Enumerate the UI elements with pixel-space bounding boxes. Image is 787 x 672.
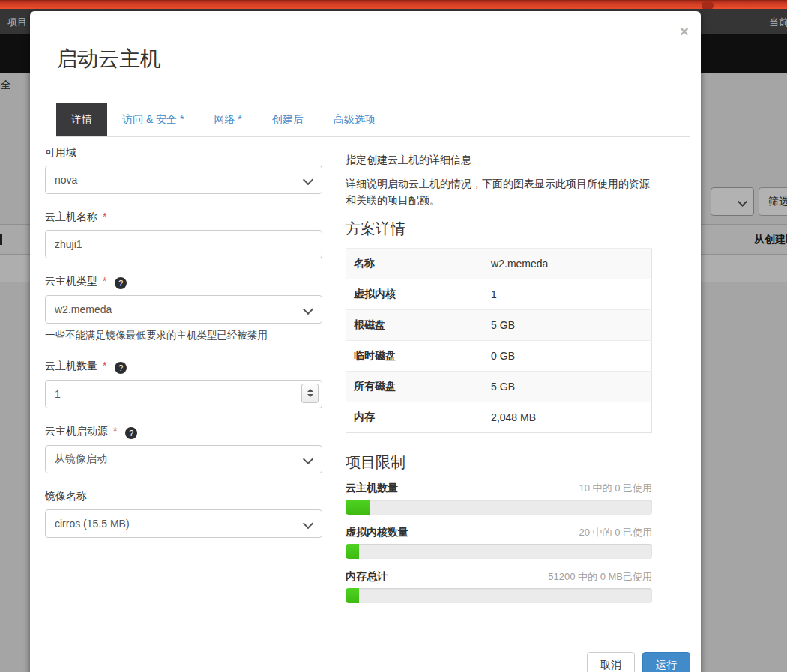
modal-title: 启动云主机 <box>56 45 686 73</box>
boot-source-value: 从镜像启动 <box>55 452 107 466</box>
required-asterisk: * <box>103 360 106 372</box>
flavor-hint: 一些不能满足镜像最低要求的主机类型已经被禁用 <box>45 329 322 343</box>
required-asterisk: * <box>103 211 106 223</box>
instance-count-group: 云主机数量 * ? <box>45 360 322 408</box>
project-limits-title: 项目限制 <box>346 452 652 473</box>
table-row: 所有磁盘 5 GB <box>346 372 652 402</box>
quota-ram: 内存总计 51200 中的 0 MB已使用 <box>346 570 652 603</box>
quota-usage: 20 中的 0 已使用 <box>579 526 652 539</box>
progress-bar <box>346 500 652 515</box>
cancel-button[interactable]: 取消 <box>587 652 635 672</box>
image-name-label: 镜像名称 <box>45 490 322 503</box>
number-stepper[interactable] <box>301 384 319 403</box>
modal-header: 启动云主机 × <box>30 11 701 73</box>
tab-access-security[interactable]: 访问 & 安全 * <box>107 103 199 136</box>
instance-name-label: 云主机名称 * <box>45 211 322 224</box>
quota-label: 云主机数量 <box>346 482 398 495</box>
chevron-down-icon <box>303 175 313 185</box>
boot-source-label: 云主机启动源 * ? <box>45 425 322 439</box>
progress-fill <box>346 544 359 559</box>
stepper-up-icon[interactable] <box>307 389 313 392</box>
instance-count-label: 云主机数量 * ? <box>45 360 322 374</box>
quota-instances: 云主机数量 10 中的 0 已使用 <box>346 482 652 515</box>
boot-source-group: 云主机启动源 * ? 从镜像启动 <box>45 425 322 473</box>
required-asterisk: * <box>113 425 117 437</box>
modal-body: 可用域 nova 云主机名称 * 云主机类型 * ? <box>30 137 701 641</box>
progress-fill <box>346 500 370 515</box>
table-row: 内存 2,048 MB <box>346 402 652 433</box>
tab-post-creation[interactable]: 创建后 <box>257 103 319 136</box>
flavor-select[interactable]: w2.memeda <box>45 295 322 324</box>
help-icon[interactable]: ? <box>115 277 127 289</box>
launch-button[interactable]: 运行 <box>642 652 690 672</box>
progress-bar <box>346 544 652 559</box>
instance-name-input[interactable] <box>45 230 322 258</box>
quota-label: 内存总计 <box>346 570 388 584</box>
modal-footer: 取消 运行 <box>30 641 701 672</box>
browser-top-bar <box>0 0 787 9</box>
table-row: 根磁盘 5 GB <box>346 310 652 341</box>
required-asterisk: * <box>103 275 106 287</box>
flavor-details-title: 方案详情 <box>346 219 652 239</box>
image-name-group: 镜像名称 cirros (15.5 MB) <box>45 490 322 538</box>
flavor-value: w2.memeda <box>55 303 112 315</box>
quota-usage: 51200 中的 0 MB已使用 <box>548 570 652 584</box>
availability-zone-label: 可用域 <box>45 146 322 160</box>
tab-bar: 详情 访问 & 安全 * 网络 * 创建后 高级选项 <box>56 103 690 137</box>
image-name-value: cirros (15.5 MB) <box>55 518 130 530</box>
tab-advanced-options[interactable]: 高级选项 <box>319 103 391 136</box>
instance-name-group: 云主机名称 * <box>45 211 322 258</box>
launch-instance-modal: 启动云主机 × 详情 访问 & 安全 * 网络 * 创建后 高级选项 可用域 n… <box>30 11 701 672</box>
quota-vcpus: 虚拟内核数量 20 中的 0 已使用 <box>346 526 652 559</box>
flavor-details-table: 名称 w2.memeda 虚拟内核 1 根磁盘 5 GB 临时磁盘 0 GB <box>346 248 652 433</box>
table-row: 临时磁盘 0 GB <box>346 341 652 372</box>
flavor-label: 云主机类型 * ? <box>45 275 322 289</box>
chevron-down-icon <box>303 518 313 529</box>
availability-zone-group: 可用域 nova <box>45 146 322 194</box>
help-icon[interactable]: ? <box>125 427 137 439</box>
flavor-group: 云主机类型 * ? w2.memeda 一些不能满足镜像最低要求的主机类型已经被… <box>45 275 322 343</box>
table-row: 名称 w2.memeda <box>346 249 652 279</box>
details-intro: 指定创建云主机的详细信息 <box>346 154 652 167</box>
close-icon[interactable]: × <box>680 23 689 39</box>
availability-zone-select[interactable]: nova <box>45 166 322 194</box>
quota-label: 虚拟内核数量 <box>346 526 408 539</box>
quota-usage: 10 中的 0 已使用 <box>579 482 652 495</box>
tab-network[interactable]: 网络 * <box>199 103 256 136</box>
tab-details[interactable]: 详情 <box>56 103 107 136</box>
availability-zone-value: nova <box>55 174 77 186</box>
details-column: 指定创建云主机的详细信息 详细说明启动云主机的情况，下面的图表显示此项目所使用的… <box>334 137 686 641</box>
progress-fill <box>346 588 359 603</box>
boot-source-select[interactable]: 从镜像启动 <box>45 445 322 473</box>
form-column: 可用域 nova 云主机名称 * 云主机类型 * ? <box>45 137 334 641</box>
chevron-down-icon <box>303 304 313 315</box>
image-name-select[interactable]: cirros (15.5 MB) <box>45 509 322 538</box>
progress-bar <box>346 588 652 603</box>
help-icon[interactable]: ? <box>115 362 127 374</box>
details-description: 详细说明启动云主机的情况，下面的图表显示此项目所使用的资源和关联的项目配额。 <box>346 176 652 208</box>
chevron-down-icon <box>303 454 313 464</box>
instance-count-input[interactable] <box>45 380 322 408</box>
stepper-down-icon[interactable] <box>307 394 313 397</box>
table-row: 虚拟内核 1 <box>346 279 652 310</box>
